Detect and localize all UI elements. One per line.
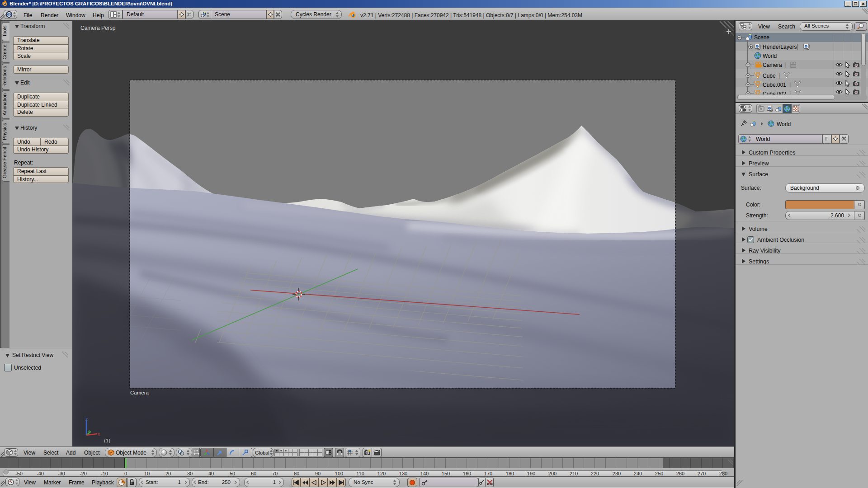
svg-text:Camera Persp: Camera Persp xyxy=(80,25,116,31)
svg-text:y: y xyxy=(88,429,90,434)
svg-text:x: x xyxy=(98,432,100,436)
svg-text:(1): (1) xyxy=(104,438,110,443)
svg-text:z: z xyxy=(85,417,88,422)
svg-text:Camera: Camera xyxy=(130,390,149,395)
